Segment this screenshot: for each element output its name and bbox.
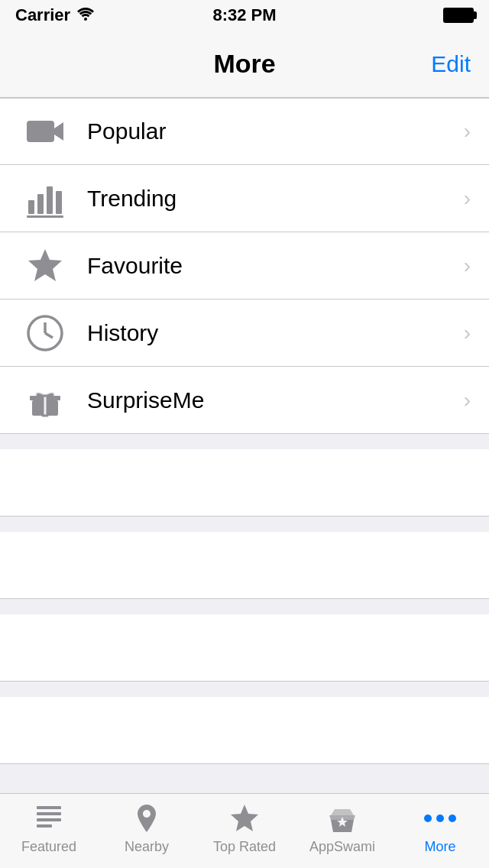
empty-row — [0, 449, 489, 517]
empty-section-4 — [0, 697, 489, 764]
featured-icon — [32, 802, 66, 835]
star-icon — [18, 239, 72, 293]
favourite-label: Favourite — [87, 253, 464, 279]
chevron-icon: › — [464, 121, 471, 142]
navigation-bar: More Edit — [0, 31, 489, 98]
svg-marker-20 — [231, 805, 258, 831]
chevron-icon: › — [464, 390, 471, 411]
svg-point-0 — [84, 18, 87, 21]
dot-1 — [424, 815, 432, 822]
tab-nearby[interactable]: Nearby — [98, 802, 196, 855]
svg-rect-3 — [28, 200, 34, 214]
video-icon — [18, 105, 72, 158]
svg-rect-18 — [37, 818, 61, 821]
popular-label: Popular — [87, 118, 464, 144]
svg-rect-6 — [56, 191, 62, 214]
battery-indicator — [443, 8, 474, 23]
carrier-label: Carrier — [15, 5, 95, 25]
wifi-icon — [76, 5, 95, 25]
status-bar: Carrier 8:32 PM — [0, 0, 489, 31]
tab-toprated[interactable]: Top Rated — [196, 802, 293, 855]
chart-icon — [18, 172, 72, 225]
menu-item-popular[interactable]: Popular › — [0, 98, 489, 165]
menu-item-history[interactable]: History › — [0, 300, 489, 367]
history-label: History — [87, 320, 464, 346]
edit-button[interactable]: Edit — [431, 51, 471, 77]
more-icon — [423, 802, 457, 835]
chevron-icon: › — [464, 255, 471, 277]
dots-icon — [424, 802, 456, 835]
svg-rect-17 — [37, 812, 61, 815]
menu-item-trending[interactable]: Trending › — [0, 165, 489, 232]
gift-icon — [18, 374, 72, 427]
chevron-icon: › — [464, 322, 471, 344]
appswami-icon — [325, 802, 359, 835]
menu-item-favourite[interactable]: Favourite › — [0, 232, 489, 300]
battery-icon — [443, 8, 474, 23]
empty-section-1 — [0, 449, 489, 517]
tab-featured[interactable]: Featured — [0, 802, 98, 855]
trending-label: Trending — [87, 186, 464, 212]
content-area: Popular › Trending › — [0, 98, 489, 793]
svg-rect-7 — [27, 215, 63, 218]
svg-rect-1 — [27, 121, 54, 142]
empty-row — [0, 532, 489, 599]
dot-2 — [436, 815, 444, 822]
featured-tab-label: Featured — [21, 839, 76, 855]
empty-row — [0, 614, 489, 682]
empty-section-3 — [0, 614, 489, 682]
svg-line-11 — [45, 333, 53, 338]
svg-rect-16 — [37, 806, 61, 809]
svg-rect-4 — [37, 194, 44, 214]
dot-3 — [449, 815, 456, 822]
nearby-icon — [130, 802, 164, 835]
chevron-icon: › — [464, 188, 471, 209]
surpriseme-label: SurpriseMe — [87, 387, 464, 413]
nearby-tab-label: Nearby — [125, 839, 169, 855]
menu-item-surpriseme[interactable]: SurpriseMe › — [0, 367, 489, 434]
tab-appswami[interactable]: AppSwami — [293, 802, 391, 855]
svg-marker-8 — [28, 249, 62, 281]
empty-row — [0, 697, 489, 764]
svg-rect-14 — [43, 396, 47, 416]
clock-icon — [18, 306, 72, 360]
tab-bar: Featured Nearby Top Rated — [0, 793, 489, 868]
more-tab-label: More — [424, 839, 455, 855]
appswami-tab-label: AppSwami — [309, 839, 375, 855]
status-time: 8:32 PM — [212, 5, 276, 25]
svg-rect-19 — [37, 824, 52, 828]
toprated-tab-label: Top Rated — [213, 839, 276, 855]
svg-marker-2 — [54, 122, 63, 141]
menu-list: Popular › Trending › — [0, 98, 489, 434]
empty-section-2 — [0, 532, 489, 599]
svg-rect-5 — [47, 186, 53, 214]
tab-more[interactable]: More — [391, 802, 489, 855]
toprated-icon — [228, 802, 261, 835]
page-title: More — [213, 49, 275, 79]
